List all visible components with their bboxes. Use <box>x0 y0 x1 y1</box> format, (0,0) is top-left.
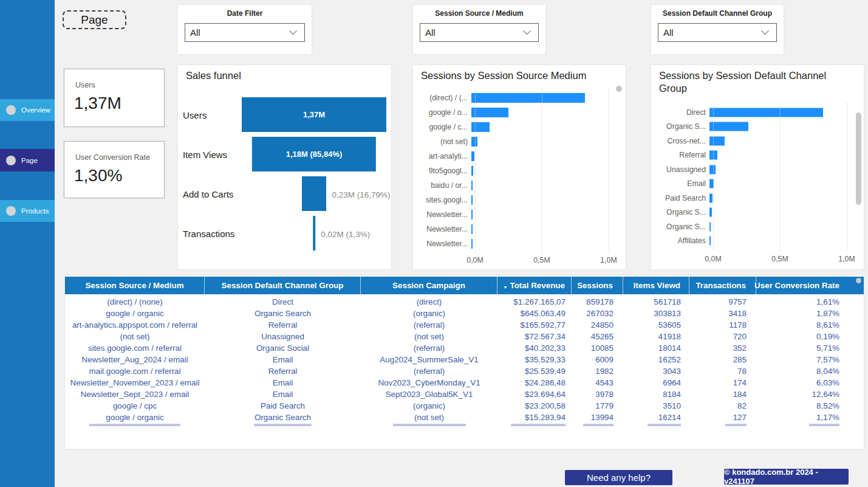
chart-bar-row: Newsletter... <box>420 207 617 222</box>
table-cell: 12,64% <box>756 389 864 400</box>
clipped-text <box>393 424 466 426</box>
channel-group-dropdown[interactable]: All <box>658 23 777 42</box>
bar[interactable] <box>709 136 725 145</box>
bar[interactable] <box>709 193 713 202</box>
date-filter-dropdown[interactable]: All <box>185 23 305 42</box>
column-header-1[interactable]: Session Source / Medium <box>65 277 205 294</box>
sort-descending-icon: ▼ <box>504 285 508 289</box>
version-badge[interactable]: © kondado.com.br 2024 - v241107 <box>724 469 849 485</box>
category-label: Paid Search <box>658 194 709 202</box>
chart-bar-row: Unassigned <box>658 162 855 177</box>
table-row[interactable]: (not set)Unassigned(not set)$72.567,3445… <box>65 331 864 342</box>
table-cell-partial <box>361 423 497 426</box>
bar[interactable] <box>471 239 473 249</box>
chart-title: Sales funnel <box>186 69 241 82</box>
table-row[interactable]: mail.google.com / referralReferral(refer… <box>65 365 864 377</box>
bar[interactable] <box>471 210 473 219</box>
funnel-bar[interactable]: 1,18M (85,84%) <box>252 137 376 171</box>
chart-title: Sessions by Session Default Channel Grou… <box>659 69 853 94</box>
kpi-value: 1,30% <box>74 166 122 185</box>
chart-bar-row: google / o... <box>420 105 617 120</box>
funnel-bar-area: 0,23M (16,79%) <box>242 174 386 214</box>
funnel-step: Add to Carts0,23M (16,79%) <box>183 174 386 214</box>
scrollbar-dot[interactable] <box>616 86 622 92</box>
table-cell: 6964 <box>623 377 689 389</box>
bar[interactable] <box>471 151 474 161</box>
category-label: 9to5googl... <box>420 167 471 175</box>
bar-track <box>709 105 855 120</box>
chart-bar-row: (not set) <box>420 134 617 149</box>
column-header-2[interactable]: Session Default Channel Group <box>205 277 361 294</box>
table-cell: (not set) <box>361 331 497 342</box>
table-cell-partial <box>689 423 756 426</box>
bar[interactable] <box>709 222 711 231</box>
bar[interactable] <box>471 166 473 176</box>
table-cell: Newsletter_Aug_2024 / email <box>65 354 205 365</box>
table-row[interactable]: Newsletter_November_2023 / emailEmailNov… <box>65 377 864 389</box>
table-cell: sites.google.com / referral <box>65 342 205 354</box>
funnel-bar[interactable] <box>313 216 315 250</box>
table-row[interactable]: (direct) / (none)Direct(direct)$1.267.16… <box>65 296 864 308</box>
bar[interactable] <box>471 108 508 117</box>
table-cell: 267032 <box>572 308 623 319</box>
sidebar-item-overview[interactable]: Overview <box>0 99 55 121</box>
sidebar-item-page[interactable]: Page <box>0 149 55 171</box>
table-cell: 24850 <box>572 319 623 331</box>
funnel-bar[interactable]: 1,37M <box>242 97 386 132</box>
column-header-label: Sessions <box>577 281 613 290</box>
page-title[interactable]: Page <box>63 10 126 29</box>
bar-track <box>471 164 617 178</box>
table-cell: (organic) <box>361 308 497 319</box>
filter-card-date: Date Filter All <box>178 5 312 54</box>
scrollbar-dot[interactable] <box>856 278 861 283</box>
bar[interactable] <box>709 165 716 174</box>
table-row[interactable]: google / organicOrganic Search(not set)$… <box>65 412 864 423</box>
table-row[interactable]: google / cpcPaid Search(organic)$23.200,… <box>65 400 864 412</box>
table-cell: 1178 <box>689 319 756 331</box>
scrollbar-thumb[interactable] <box>856 112 861 205</box>
column-header-4[interactable]: ▼Total Revenue <box>497 277 572 294</box>
column-header-7[interactable]: Transactions <box>689 277 756 294</box>
bar[interactable] <box>471 224 473 234</box>
bar[interactable] <box>709 122 748 131</box>
category-label: Newsletter... <box>420 225 471 233</box>
column-header-6[interactable]: Items Viewd <box>623 277 689 294</box>
column-header-5[interactable]: Sessions <box>572 277 623 294</box>
bar[interactable] <box>709 208 712 217</box>
sidebar-item-products[interactable]: Products <box>0 200 55 222</box>
filter-card-channel-group: Session Default Channel Group All <box>651 5 784 54</box>
bar[interactable] <box>471 93 585 103</box>
bar-track <box>471 91 617 105</box>
bar-track <box>709 120 855 134</box>
table-row[interactable]: art-analytics.appspot.com / referralRefe… <box>65 319 864 331</box>
table-cell: Aug2024_SummerSale_V1 <box>361 354 497 365</box>
funnel-step-label: Item Views <box>183 135 242 174</box>
column-header-label: Session Default Channel Group <box>222 281 344 290</box>
category-label: Organic S... <box>658 208 709 216</box>
table-cell: (not set) <box>361 412 497 423</box>
table-row[interactable]: Newsletter_Sept_2023 / emailEmailSept202… <box>65 389 864 400</box>
bar-track <box>709 148 855 163</box>
table-cell: Unassigned <box>205 331 361 342</box>
column-header-8[interactable]: User Conversion Rate <box>756 277 864 294</box>
bar[interactable] <box>471 195 473 205</box>
table-cell: mail.google.com / referral <box>65 365 205 377</box>
bar[interactable] <box>471 122 490 132</box>
column-header-3[interactable]: Session Campaign <box>361 277 497 294</box>
bar[interactable] <box>709 108 823 117</box>
source-medium-dropdown[interactable]: All <box>420 23 539 42</box>
bar[interactable] <box>471 137 477 147</box>
table-row[interactable]: google / organicOrganic Search(organic)$… <box>65 308 864 319</box>
bar[interactable] <box>709 237 711 246</box>
dropdown-value: All <box>425 27 436 38</box>
funnel-bar[interactable] <box>302 176 326 211</box>
table-row[interactable]: Newsletter_Aug_2024 / emailEmailAug2024_… <box>65 354 864 365</box>
table-row[interactable]: sites.google.com / referralOrganic Socia… <box>65 342 864 354</box>
table-cell: (organic) <box>361 400 497 412</box>
table-cell: 1,17% <box>756 412 864 423</box>
table-cell: 3418 <box>689 308 756 319</box>
category-label: Affiliates <box>658 237 709 245</box>
chart-bar-row: Organic S... <box>658 206 855 220</box>
help-button[interactable]: Need any help? <box>565 470 672 485</box>
bar[interactable] <box>471 181 473 190</box>
